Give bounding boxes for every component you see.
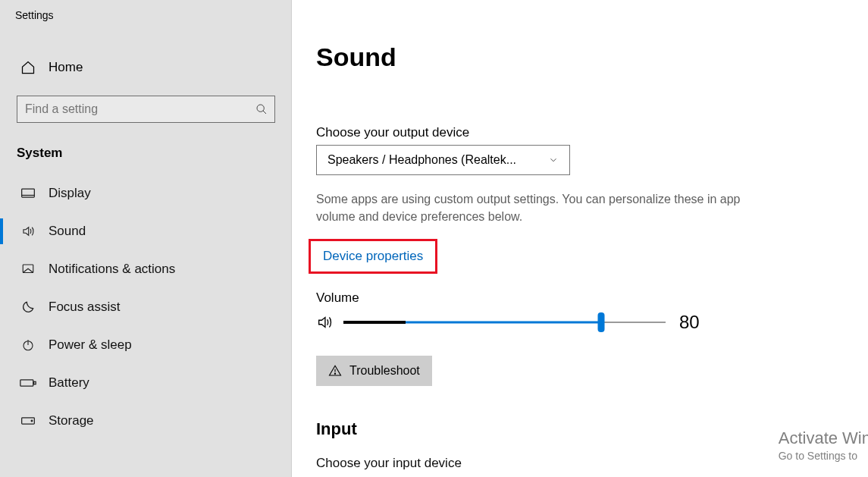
nav-notifications[interactable]: Notifications & actions (0, 250, 292, 288)
warning-icon (328, 364, 342, 378)
nav-home[interactable]: Home (0, 46, 292, 89)
notifications-icon (20, 261, 36, 278)
battery-icon (20, 375, 36, 391)
speaker-icon[interactable] (316, 314, 333, 331)
nav-item-label: Focus assist (49, 300, 120, 315)
highlight-box: Device properties (309, 239, 437, 274)
volume-row: 80 (316, 312, 868, 333)
nav-item-label: Power & sleep (49, 337, 132, 353)
output-device-value: Speakers / Headphones (Realtek... (327, 153, 516, 167)
nav-list: Display Sound Notifications & actions Fo… (0, 174, 292, 440)
svg-rect-8 (34, 381, 36, 384)
app-title: Settings (0, 0, 292, 21)
troubleshoot-button[interactable]: Troubleshoot (316, 356, 432, 386)
watermark-line1: Activate Win (779, 428, 868, 448)
nav-item-label: Display (49, 186, 91, 201)
slider-thumb[interactable] (598, 312, 605, 332)
slider-fill-blue (406, 322, 601, 324)
volume-value: 80 (679, 312, 700, 333)
svg-rect-7 (20, 380, 33, 386)
device-properties-link[interactable]: Device properties (317, 244, 429, 268)
troubleshoot-label: Troubleshoot (349, 364, 420, 378)
activation-watermark: Activate Win Go to Settings to (779, 428, 868, 462)
home-icon (20, 59, 36, 76)
nav-item-label: Notifications & actions (49, 262, 175, 277)
nav-home-label: Home (49, 60, 83, 75)
search-icon (255, 103, 268, 115)
svg-rect-2 (22, 189, 35, 197)
search-input[interactable] (17, 96, 275, 123)
nav-item-label: Sound (49, 224, 86, 239)
power-icon (20, 337, 36, 353)
display-icon (20, 185, 36, 202)
svg-point-10 (31, 420, 33, 422)
sidebar-section-system: System (0, 141, 292, 174)
nav-power-sleep[interactable]: Power & sleep (0, 326, 292, 364)
chevron-down-icon (548, 155, 559, 165)
search-field-wrap (17, 96, 275, 123)
nav-item-label: Battery (49, 375, 89, 391)
nav-sound[interactable]: Sound (0, 212, 292, 250)
nav-item-label: Storage (49, 413, 94, 428)
volume-slider[interactable] (343, 314, 666, 331)
page-title: Sound (316, 42, 868, 72)
settings-window: Settings Home System Display (0, 0, 868, 477)
nav-storage[interactable]: Storage (0, 402, 292, 440)
output-hint-text: Some apps are using custom output settin… (316, 190, 741, 225)
output-device-select[interactable]: Speakers / Headphones (Realtek... (316, 145, 570, 175)
sidebar: Settings Home System Display (0, 0, 292, 477)
nav-focus-assist[interactable]: Focus assist (0, 288, 292, 326)
svg-line-1 (263, 111, 266, 114)
svg-point-0 (257, 105, 264, 111)
output-device-label: Choose your output device (316, 125, 868, 140)
nav-battery[interactable]: Battery (0, 364, 292, 402)
slider-fill-dark (343, 321, 406, 324)
watermark-line2: Go to Settings to (779, 450, 868, 462)
storage-icon (20, 413, 36, 429)
nav-display[interactable]: Display (0, 174, 292, 212)
sound-icon (20, 223, 36, 240)
svg-point-12 (334, 374, 335, 375)
focus-assist-icon (20, 299, 36, 315)
main-panel: Sound Choose your output device Speakers… (292, 0, 868, 477)
volume-label: Volume (316, 290, 868, 306)
